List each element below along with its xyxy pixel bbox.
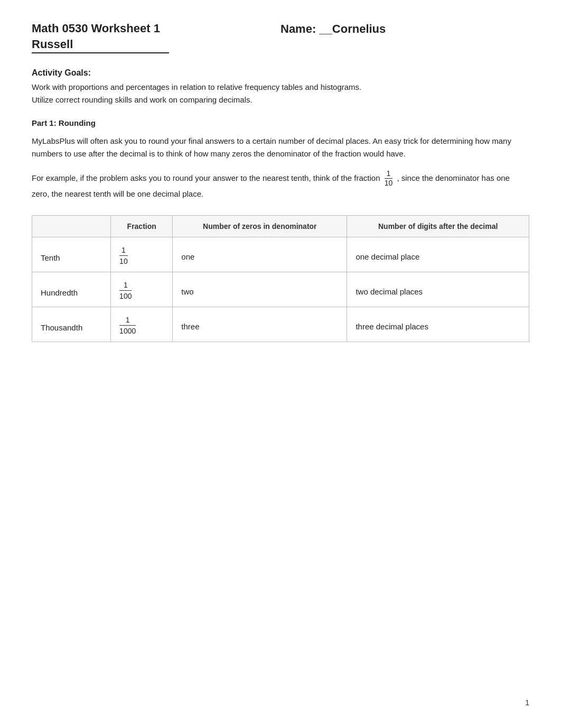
row-digits-thousandth: three decimal places <box>347 307 529 342</box>
table-row: Tenth 1 10 oneone decimal place <box>32 237 529 272</box>
fraction-num: 1 <box>119 246 128 256</box>
row-zeros-tenth: one <box>173 237 347 272</box>
activity-goals-section: Activity Goals: Work with proportions an… <box>32 68 529 106</box>
fraction-stacked: 1 10 <box>119 246 128 265</box>
row-name-tenth: Tenth <box>32 237 111 272</box>
page-number: 1 <box>525 698 529 707</box>
col-header-name <box>32 215 111 237</box>
table-row: Hundredth 1 100 twotwo decimal places <box>32 272 529 307</box>
rounding-intro: MyLabsPlus will often ask you to round y… <box>32 135 529 160</box>
fraction-num: 1 <box>119 281 132 291</box>
row-fraction-hundredth: 1 100 <box>111 272 173 307</box>
name-block: Name: __Cornelius <box>280 21 529 36</box>
example-fraction-numerator: 1 <box>385 170 393 179</box>
fraction-stacked: 1 1000 <box>119 316 136 335</box>
fraction-den: 100 <box>119 291 132 300</box>
header: Math 0530 Worksheet 1 Russell Name: __Co… <box>32 21 529 53</box>
table-row: Thousandth 1 1000 threethree decimal pla… <box>32 307 529 342</box>
activity-goals-line2: Utilize correct rounding skills and work… <box>32 94 529 106</box>
title-block: Math 0530 Worksheet 1 Russell <box>32 21 280 53</box>
col-header-fraction: Fraction <box>111 215 173 237</box>
part1-title: Part 1: Rounding <box>32 118 529 127</box>
student-name: Name: __Cornelius <box>280 22 529 36</box>
table-header-row: Fraction Number of zeros in denominator … <box>32 215 529 237</box>
example-prefix: For example, if the problem asks you to … <box>32 173 380 182</box>
row-fraction-tenth: 1 10 <box>111 237 173 272</box>
example-fraction: 1 10 <box>385 170 393 188</box>
fraction-num: 1 <box>119 316 136 326</box>
col-header-zeros: Number of zeros in denominator <box>173 215 347 237</box>
example-fraction-denominator: 10 <box>385 179 393 187</box>
activity-goals-heading: Activity Goals: <box>32 68 529 78</box>
row-digits-hundredth: two decimal places <box>347 272 529 307</box>
fraction-den: 1000 <box>119 326 136 335</box>
col-header-digits: Number of digits after the decimal <box>347 215 529 237</box>
part1-section: Part 1: Rounding MyLabsPlus will often a… <box>32 118 529 200</box>
row-zeros-hundredth: two <box>173 272 347 307</box>
row-zeros-thousandth: three <box>173 307 347 342</box>
row-fraction-thousandth: 1 1000 <box>111 307 173 342</box>
worksheet-title: Math 0530 Worksheet 1 <box>32 21 280 36</box>
fraction-example: For example, if the problem asks you to … <box>32 170 529 200</box>
activity-goals-line1: Work with proportions and percentages in… <box>32 81 529 93</box>
row-name-hundredth: Hundredth <box>32 272 111 307</box>
fraction-den: 10 <box>119 256 128 265</box>
row-name-thousandth: Thousandth <box>32 307 111 342</box>
student-name-title: Russell <box>32 36 169 54</box>
fraction-stacked: 1 100 <box>119 281 132 300</box>
row-digits-tenth: one decimal place <box>347 237 529 272</box>
rounding-table: Fraction Number of zeros in denominator … <box>32 215 529 342</box>
